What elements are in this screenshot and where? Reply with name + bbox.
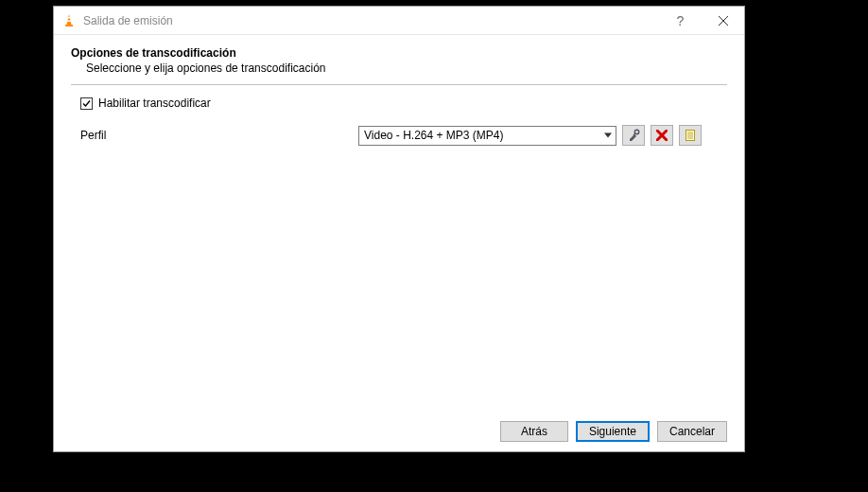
close-button[interactable] xyxy=(702,7,744,35)
next-button-label: Siguiente xyxy=(589,425,636,438)
profile-label: Perfil xyxy=(80,129,353,142)
delete-x-icon xyxy=(656,130,668,141)
enable-transcode-checkbox[interactable] xyxy=(80,97,93,110)
chevron-down-icon xyxy=(604,133,612,138)
vlc-cone-icon xyxy=(61,13,77,28)
dialog-window: Salida de emisión ? Opciones de transcod… xyxy=(53,6,745,452)
new-profile-button[interactable] xyxy=(679,125,702,146)
dialog-content: Opciones de transcodificación Seleccione… xyxy=(54,35,744,451)
svg-marker-0 xyxy=(67,14,72,25)
section-heading: Opciones de transcodificación xyxy=(71,46,727,60)
dialog-footer: Atrás Siguiente Cancelar xyxy=(71,413,727,442)
window-title: Salida de emisión xyxy=(83,14,659,27)
svg-rect-2 xyxy=(67,17,71,19)
cancel-button[interactable]: Cancelar xyxy=(657,421,727,442)
titlebar: Salida de emisión ? xyxy=(54,7,744,35)
next-button[interactable]: Siguiente xyxy=(576,421,650,442)
enable-transcode-row: Habilitar transcodificar xyxy=(71,97,727,110)
back-button-label: Atrás xyxy=(521,425,547,438)
new-document-icon xyxy=(684,129,697,142)
svg-rect-1 xyxy=(65,25,73,26)
svg-rect-10 xyxy=(686,131,695,141)
back-button[interactable]: Atrás xyxy=(500,421,568,442)
cancel-button-label: Cancelar xyxy=(669,425,715,438)
profile-row: Perfil Video - H.264 + MP3 (MP4) xyxy=(71,125,727,146)
close-icon xyxy=(719,13,728,28)
delete-profile-button[interactable] xyxy=(651,125,673,146)
check-icon xyxy=(81,98,92,109)
svg-rect-3 xyxy=(67,20,72,22)
help-icon: ? xyxy=(677,13,685,28)
edit-profile-button[interactable] xyxy=(622,125,645,146)
divider xyxy=(71,84,727,85)
wrench-icon xyxy=(627,129,640,142)
profile-value: Video - H.264 + MP3 (MP4) xyxy=(364,129,504,142)
section-subheading: Seleccione y elija opciones de transcodi… xyxy=(71,62,727,75)
svg-line-7 xyxy=(634,133,635,135)
help-button[interactable]: ? xyxy=(659,7,702,35)
profile-combobox[interactable]: Video - H.264 + MP3 (MP4) xyxy=(358,126,616,146)
enable-transcode-label: Habilitar transcodificar xyxy=(98,97,211,110)
